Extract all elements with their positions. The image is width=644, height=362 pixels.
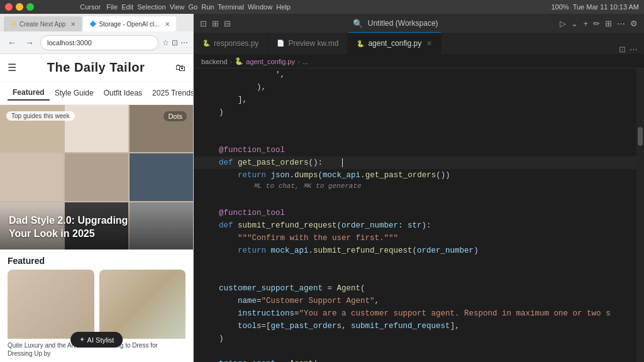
edit-icon[interactable]: ✏ <box>593 19 600 28</box>
main-container: ⚡ Create Next App ✕ 🔷 Storage - OpenAI c… <box>0 14 644 362</box>
browser-tab-1[interactable]: ⚡ Create Next App ✕ <box>4 16 82 31</box>
hint-line: ⌘L to chat, ⌘K to generate <box>194 182 644 194</box>
split-view-icon[interactable]: ⊡ <box>200 19 207 28</box>
editor-tab-actions: ⊡ ⋯ <box>613 45 644 54</box>
tab-close-1[interactable]: ✕ <box>70 21 75 28</box>
split-editor-icon[interactable]: ⊡ <box>619 45 626 54</box>
hero-image: Top guides this week Dots Dad Style 2.0:… <box>0 105 193 250</box>
forward-btn[interactable]: → <box>23 36 36 49</box>
tab-agent-config[interactable]: 🐍 agent_config.py ✕ <box>348 32 441 54</box>
search-icon[interactable]: 🔍 <box>353 19 363 28</box>
tab-close-2[interactable]: ✕ <box>165 21 170 28</box>
card-grid: Quite Luxury and the Art of Dressing Up … <box>0 270 193 362</box>
website-content: ☰ The Daily Tailor 🛍 Featured Style Guid… <box>0 54 193 362</box>
share-icon[interactable]: ⊡ <box>172 38 178 47</box>
code-line: customer_support_agent = Agent( <box>194 282 644 295</box>
tab-close-agent[interactable]: ✕ <box>426 40 432 48</box>
tab-icon-preview: 📄 <box>277 40 284 47</box>
debug-icon[interactable]: ⌄ <box>571 19 578 28</box>
hero-overlay: Dad Style 2.0: UpgradingYour Look in 202… <box>0 206 193 250</box>
run-icon[interactable]: ▷ <box>560 19 566 28</box>
code-area[interactable]: ', ), ], ) <box>194 69 644 362</box>
scrollbar-track[interactable] <box>636 69 644 362</box>
minimize-btn[interactable] <box>16 3 23 11</box>
tab-icon-agent: 🐍 <box>357 40 364 47</box>
ai-stylist-button[interactable]: ✦ AI Stylist <box>70 332 123 348</box>
scrollbar-thumb[interactable] <box>638 127 643 146</box>
hero-title: Dad Style 2.0: UpgradingYour Look in 202… <box>9 214 184 241</box>
os-titlebar: Cursor File Edit Selection View Go Run T… <box>0 0 644 14</box>
add-tab-icon[interactable]: + <box>583 19 588 28</box>
os-time: Tue Mar 11 10:13 AM <box>573 3 639 11</box>
tab-label-preview: Preview kw.md <box>288 39 338 48</box>
code-line: ], <box>194 94 644 106</box>
breadcrumb-ellipsis: ... <box>303 58 308 65</box>
hint-text: ⌘L to chat, ⌘K to generate <box>219 182 362 194</box>
close-btn[interactable] <box>5 3 13 11</box>
address-input[interactable] <box>40 35 158 50</box>
breadcrumb-filename: agent_config.py <box>246 58 295 65</box>
bookmark-icon[interactable]: ☆ <box>162 38 169 47</box>
hero-badge: Top guides this week <box>6 111 75 121</box>
more-actions-icon[interactable]: ⋯ <box>617 19 625 28</box>
nav-2025-trends[interactable]: 2025 Trends <box>147 86 193 100</box>
tab-responses-py[interactable]: 🐍 responses.py <box>194 32 268 54</box>
back-btn[interactable]: ← <box>5 36 19 49</box>
panel-icon[interactable]: ⊟ <box>224 19 231 28</box>
code-line: ', <box>194 69 644 81</box>
breadcrumb: backend › 🐍 agent_config.py › ... <box>194 55 644 69</box>
browser-tab-2[interactable]: 🔷 Storage - OpenAI cl... ✕ <box>83 16 175 31</box>
os-status: 100% Tue Mar 11 10:13 AM <box>336 3 639 11</box>
code-line <box>194 270 644 282</box>
code-line: """Confirm with the user first.""" <box>194 232 644 244</box>
tab-label-agent: agent_config.py <box>368 39 421 48</box>
browser-address-bar: ← → ☆ ⊡ ⋯ <box>0 31 193 54</box>
more-tabs-icon[interactable]: ⋯ <box>630 45 638 54</box>
editor-panel: ⊡ ⊞ ⊟ 🔍 Untitled (Workspace) ▷ ⌄ + ✏ ⊞ ⋯… <box>194 14 644 362</box>
editor-titlebar-actions: ▷ ⌄ + ✏ ⊞ ⋯ ⚙ <box>560 19 638 28</box>
settings-icon[interactable]: ⚙ <box>630 19 638 28</box>
breadcrumb-backend: backend <box>201 58 228 65</box>
code-line: return json.dumps(mock_api.get_past_orde… <box>194 169 644 182</box>
code-line-cursor: def get_past_orders(): <box>194 156 644 169</box>
editor-window-title: Untitled (Workspace) <box>368 19 438 28</box>
code-line: ) <box>194 332 644 345</box>
cart-icon[interactable]: 🛍 <box>175 62 186 74</box>
browser-tabs: ⚡ Create Next App ✕ 🔷 Storage - OpenAI c… <box>0 14 193 31</box>
code-line <box>194 194 644 207</box>
code-line: @function_tool <box>194 207 644 219</box>
breadcrumb-file-icon: 🐍 <box>235 57 243 65</box>
tab-preview-kw[interactable]: 📄 Preview kw.md <box>268 32 348 54</box>
tab-icon-responses: 🐍 <box>203 40 210 47</box>
more-icon[interactable]: ⋯ <box>180 38 188 47</box>
ai-star-icon: ✦ <box>79 336 85 344</box>
ai-stylist-label: AI Stylist <box>87 336 114 344</box>
code-line: tools=[get_past_orders, submit_refund_re… <box>194 320 644 332</box>
tab-label-responses: responses.py <box>214 39 258 48</box>
code-line: ) <box>194 106 644 119</box>
hero-dots: Dots <box>164 111 187 121</box>
code-line <box>194 131 644 144</box>
address-icons: ☆ ⊡ ⋯ <box>162 38 188 47</box>
layout-icon[interactable]: ⊞ <box>212 19 219 28</box>
hamburger-icon[interactable]: ☰ <box>8 62 16 74</box>
browser-panel: ⚡ Create Next App ✕ 🔷 Storage - OpenAI c… <box>0 14 194 362</box>
nav-outfit-ideas[interactable]: Outfit Ideas <box>99 86 147 100</box>
code-line: triage_agent = Agent( <box>194 358 644 362</box>
code-line: name="Customer Support Agent", <box>194 295 644 307</box>
nav-featured[interactable]: Featured <box>8 85 50 101</box>
nav-style-guide[interactable]: Style Guide <box>50 86 99 100</box>
maximize-btn[interactable] <box>26 3 34 11</box>
code-line <box>194 345 644 358</box>
site-nav: Featured Style Guide Outfit Ideas 2025 T… <box>0 82 193 105</box>
view-icon[interactable]: ⊞ <box>605 19 612 28</box>
code-line: @function_tool <box>194 144 644 156</box>
code-line: return mock_api.submit_refund_request(or… <box>194 244 644 257</box>
code-line <box>194 257 644 270</box>
code-line: ), <box>194 81 644 94</box>
os-title: Cursor File Edit Selection View Go Run T… <box>34 3 336 11</box>
code-line <box>194 119 644 131</box>
os-battery: 100% <box>551 3 569 11</box>
window-controls[interactable] <box>5 3 34 11</box>
section-featured-label: Featured <box>0 250 193 270</box>
